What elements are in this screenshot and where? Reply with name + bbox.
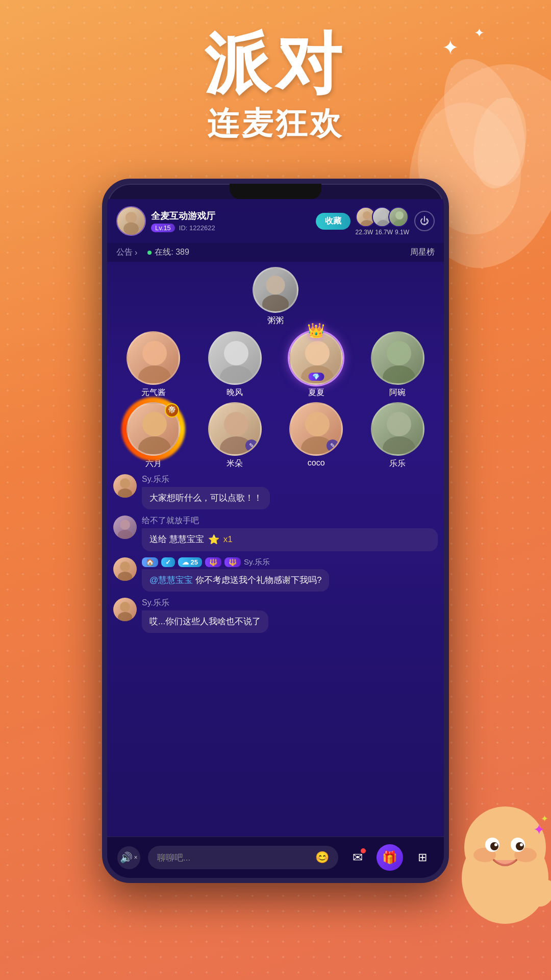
- chat-username-2: 给不了就放手吧: [142, 516, 438, 526]
- chat-message-3: 🏠 ✓ ☁ 25 🔱 🔱 Sy.乐乐 @慧慧宝宝 你不考虑送我个礼物感谢下我吗?: [113, 557, 438, 592]
- hero-sub-title: 连麦狂欢: [0, 102, 551, 145]
- svg-point-5: [361, 220, 373, 227]
- chat-avatar-1: [113, 474, 137, 498]
- svg-point-9: [393, 220, 406, 227]
- svg-point-14: [224, 341, 248, 365]
- menu-icon: ⊞: [418, 851, 427, 864]
- viewer-avatar-3: [388, 207, 409, 227]
- muted-badge-coco: ✎: [327, 439, 339, 452]
- badge-row-3: 🏠 ✓ ☁ 25 🔱 🔱 Sy.乐乐: [142, 557, 438, 567]
- diamond-badge: 💎: [308, 373, 324, 381]
- crown-icon: 👑: [307, 322, 325, 339]
- host-info: 全麦互动游戏厅 Lv.15 ID: 1222622: [151, 210, 311, 232]
- svg-point-29: [118, 488, 132, 498]
- gift-star-icon: ⭐: [208, 533, 219, 546]
- phone-notch: [230, 184, 321, 199]
- menu-button[interactable]: ⊞: [411, 846, 434, 869]
- performer-avatar-yuanqi: [127, 331, 180, 385]
- svg-point-8: [395, 211, 404, 219]
- performers-row-1: 元气酱 晚风 👑 💎: [112, 331, 439, 398]
- svg-point-16: [305, 341, 330, 365]
- chat-avatar-2: [113, 516, 137, 539]
- viewer-count-1: 22.3W: [356, 229, 373, 236]
- chat-content-3: 🏠 ✓ ☁ 25 🔱 🔱 Sy.乐乐 @慧慧宝宝 你不考虑送我个礼物感谢下我吗?: [142, 557, 438, 592]
- svg-point-6: [379, 211, 387, 219]
- phone-screen: 全麦互动游戏厅 Lv.15 ID: 1222622 收藏: [107, 199, 444, 878]
- host-avatar: [116, 206, 146, 236]
- performer-avatar-miduo: ✎: [208, 402, 262, 456]
- chat-username-4: Sy.乐乐: [142, 598, 438, 608]
- performer-name-lele: 乐乐: [389, 458, 406, 469]
- svg-point-32: [120, 561, 130, 572]
- gift-button[interactable]: 🎁: [377, 844, 403, 871]
- performer-awan[interactable]: 阿碗: [359, 331, 437, 398]
- performer-name-miduo: 米朵: [227, 458, 243, 469]
- performer-lele[interactable]: 乐乐: [359, 402, 437, 469]
- bottom-bar: 🔊 × 聊聊吧... 😊 ✉ 🎁 ⊞: [107, 837, 444, 878]
- svg-point-44: [494, 843, 497, 846]
- collect-button[interactable]: 收藏: [316, 213, 350, 230]
- chat-avatar-4: [113, 598, 137, 621]
- svg-point-33: [118, 572, 132, 581]
- level-badge: Lv.15: [151, 224, 175, 232]
- chat-avatar-3: [113, 557, 137, 581]
- svg-text:✦: ✦: [533, 822, 545, 838]
- online-text: 在线: 389: [155, 247, 189, 258]
- hero-main-title: 派对: [0, 31, 551, 97]
- gift-text: 送给 慧慧宝宝: [149, 533, 204, 546]
- badge-home: 🏠: [142, 557, 158, 567]
- svg-point-20: [142, 412, 167, 436]
- host-meta: Lv.15 ID: 1222622: [151, 224, 311, 232]
- mascot-character: ✦ ✦ ✦: [434, 796, 551, 939]
- svg-point-2: [126, 212, 137, 223]
- mail-notification-badge: [361, 848, 366, 853]
- svg-point-30: [120, 520, 130, 530]
- svg-point-26: [387, 412, 411, 436]
- performer-avatar-wanfeng: [208, 331, 262, 385]
- performer-liuyue[interactable]: 帝 六月: [115, 402, 192, 469]
- performer-yuanqi[interactable]: 元气酱: [115, 331, 192, 398]
- performer-name-awan: 阿碗: [389, 387, 406, 398]
- chat-message-2: 给不了就放手吧 送给 慧慧宝宝 ⭐ x1: [113, 516, 438, 551]
- online-indicator: [147, 251, 152, 255]
- performer-wanfeng[interactable]: 晚风: [196, 331, 274, 398]
- announce-label: 公告: [116, 247, 133, 258]
- host-stage-slot: 粥粥: [253, 267, 298, 326]
- svg-point-7: [377, 220, 389, 227]
- svg-point-27: [383, 436, 415, 456]
- svg-point-3: [123, 223, 139, 235]
- chat-input-area[interactable]: 聊聊吧... 😊: [148, 846, 338, 869]
- sound-button[interactable]: 🔊 ×: [117, 846, 140, 869]
- chat-bubble-3: @慧慧宝宝 你不考虑送我个礼物感谢下我吗?: [142, 569, 329, 592]
- announce-button[interactable]: 公告 ›: [116, 247, 137, 258]
- chat-username-3: Sy.乐乐: [244, 557, 270, 567]
- svg-point-19: [383, 365, 415, 385]
- emoji-button[interactable]: 😊: [315, 851, 329, 864]
- svg-point-10: [266, 276, 285, 295]
- muted-badge-miduo: ✎: [245, 439, 258, 452]
- phone-device: 全麦互动游戏厅 Lv.15 ID: 1222622 收藏: [102, 179, 449, 883]
- performer-miduo[interactable]: ✎ 米朵: [196, 402, 274, 469]
- performers-row-2: 帝 六月 ✎ 米朵 ✎: [112, 402, 439, 469]
- sound-x: ×: [134, 854, 137, 861]
- viewer-count-3: 9.1W: [395, 229, 409, 236]
- viewer-count-2: 16.7W: [375, 229, 393, 236]
- badge-rank-1: 🔱: [205, 557, 221, 567]
- chat-content-2: 给不了就放手吧 送给 慧慧宝宝 ⭐ x1: [142, 516, 438, 551]
- svg-point-34: [120, 602, 130, 612]
- performer-name-yuanqi: 元气酱: [141, 387, 166, 398]
- weekly-rank-button[interactable]: 周星榜: [410, 247, 435, 258]
- badge-rank-2: 🔱: [224, 557, 241, 567]
- viewer-avatars: [356, 207, 409, 227]
- mail-button[interactable]: ✉: [346, 846, 369, 869]
- mention-text: @慧慧宝宝: [149, 575, 193, 585]
- performer-xiaxia[interactable]: 👑 💎 夏夏: [278, 331, 355, 398]
- performer-coco[interactable]: ✎ coco: [278, 402, 355, 469]
- svg-point-13: [138, 365, 171, 385]
- svg-point-43: [516, 842, 524, 850]
- performer-name-coco: coco: [308, 458, 325, 468]
- chat-content-4: Sy.乐乐 哎...你们这些人我啥也不说了: [142, 598, 438, 633]
- performer-avatar-coco: ✎: [289, 402, 343, 456]
- svg-point-45: [520, 843, 523, 846]
- power-button[interactable]: ⏻: [414, 211, 435, 231]
